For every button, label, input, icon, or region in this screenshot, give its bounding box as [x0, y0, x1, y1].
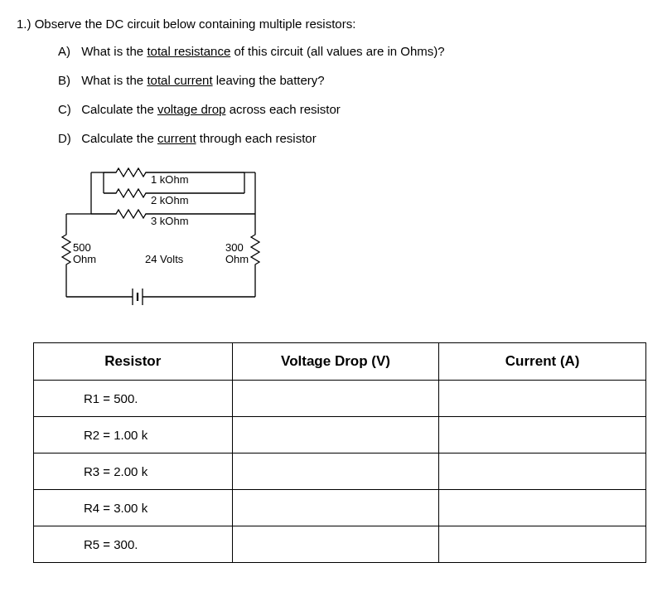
part-text-after: leaving the battery?	[213, 73, 325, 87]
part-b: B) What is the total current leaving the…	[58, 73, 655, 87]
current-cell	[439, 417, 646, 454]
table-row: R4 = 3.00 k	[34, 490, 646, 526]
circuit-diagram: 1 kOhm 2 kOhm 3 kOhm 500 Ohm 300 Ohm 24 …	[58, 160, 273, 309]
table-row: R3 = 2.00 k	[34, 454, 646, 490]
table-row: R5 = 300.	[34, 526, 646, 563]
current-cell	[439, 454, 646, 490]
sub-questions: A) What is the total resistance of this …	[17, 44, 655, 145]
header-voltage: Voltage Drop (V)	[232, 343, 439, 381]
part-text-underlined: current	[157, 131, 196, 145]
voltage-cell	[232, 526, 439, 563]
part-text-underlined: total resistance	[147, 44, 230, 58]
resistor-label: R3 = 2.00 k	[34, 454, 233, 490]
voltage-cell	[232, 490, 439, 526]
question-number-text: 1.) Observe the DC circuit below contain…	[17, 17, 355, 31]
voltage-cell	[232, 381, 439, 417]
table-row: R1 = 500.	[34, 381, 646, 417]
current-cell	[439, 381, 646, 417]
part-c: C) Calculate the voltage drop across eac…	[58, 102, 655, 116]
label-500-line2: Ohm	[73, 253, 96, 265]
results-table: Resistor Voltage Drop (V) Current (A) R1…	[33, 342, 646, 563]
label-500-line1: 500	[73, 241, 91, 254]
part-letter: C)	[58, 102, 78, 116]
voltage-cell	[232, 454, 439, 490]
part-text-underlined: total current	[147, 73, 212, 87]
part-letter: B)	[58, 73, 78, 87]
resistor-label: R5 = 300.	[34, 526, 233, 563]
part-a: A) What is the total resistance of this …	[58, 44, 655, 58]
label-300-line2: Ohm	[225, 253, 249, 265]
header-current: Current (A)	[439, 343, 646, 381]
table-row: R2 = 1.00 k	[34, 417, 646, 454]
part-text-underlined: voltage drop	[157, 102, 226, 116]
label-3kohm: 3 kOhm	[151, 215, 189, 227]
part-text-after: through each resistor	[196, 131, 317, 145]
header-resistor: Resistor	[34, 343, 233, 381]
part-text-after: across each resistor	[225, 102, 340, 116]
label-2kohm: 2 kOhm	[151, 194, 189, 206]
table-header-row: Resistor Voltage Drop (V) Current (A)	[34, 343, 646, 381]
part-letter: D)	[58, 131, 78, 145]
part-d: D) Calculate the current through each re…	[58, 131, 655, 145]
current-cell	[439, 490, 646, 526]
part-text-before: What is the	[81, 73, 147, 87]
part-text-after: of this circuit (all values are in Ohms)…	[230, 44, 444, 58]
part-text-before: Calculate the	[81, 102, 157, 116]
part-text-before: What is the	[81, 44, 147, 58]
label-1kohm: 1 kOhm	[151, 173, 189, 186]
resistor-label: R1 = 500.	[34, 381, 233, 417]
current-cell	[439, 526, 646, 563]
resistor-label: R4 = 3.00 k	[34, 490, 233, 526]
part-text-before: Calculate the	[81, 131, 157, 145]
resistor-label: R2 = 1.00 k	[34, 417, 233, 454]
question-header: 1.) Observe the DC circuit below contain…	[17, 17, 655, 31]
label-voltage: 24 Volts	[145, 253, 183, 265]
part-letter: A)	[58, 44, 78, 58]
voltage-cell	[232, 417, 439, 454]
label-300-line1: 300	[225, 241, 244, 254]
